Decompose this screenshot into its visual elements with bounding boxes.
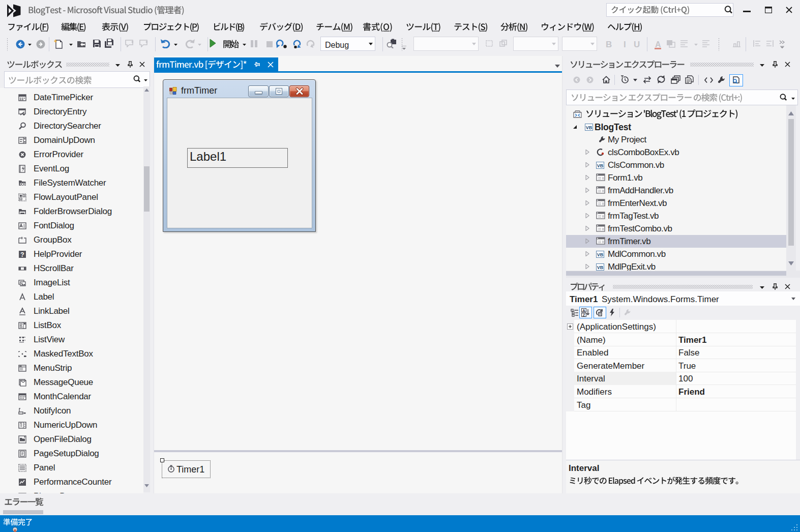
svg-text:A: A (582, 308, 585, 313)
svg-text:VB: VB (597, 265, 604, 270)
svg-text:?: ? (20, 251, 24, 258)
svg-text:Z: Z (583, 313, 585, 317)
svg-text:VB: VB (586, 125, 592, 130)
svg-text:VB: VB (597, 163, 604, 168)
svg-text:VB: VB (597, 252, 604, 257)
